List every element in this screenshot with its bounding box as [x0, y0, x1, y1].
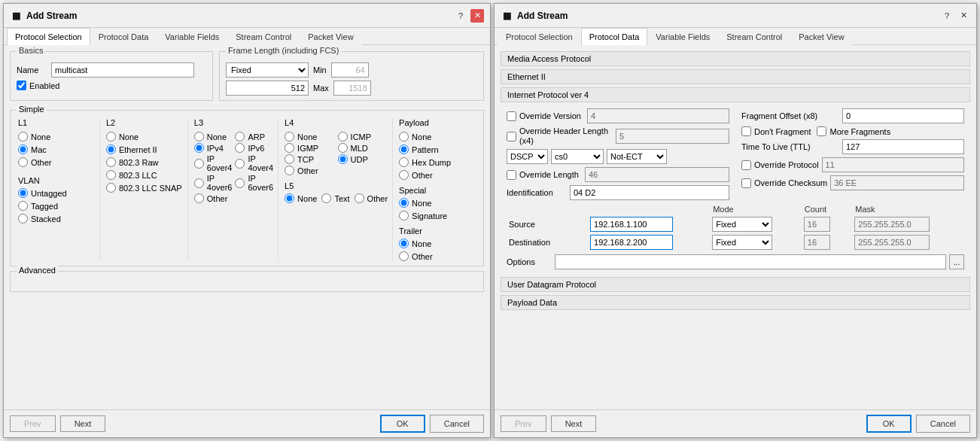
right-prev-button[interactable]: Prev: [501, 415, 546, 432]
source-mode-select[interactable]: Fixed: [712, 217, 772, 232]
right-next-button[interactable]: Next: [551, 415, 597, 432]
left-help-button[interactable]: ?: [454, 9, 467, 23]
right-tab-protocol-selection[interactable]: Protocol Selection: [498, 28, 581, 45]
ttl-label: Time To Live (TTL): [741, 142, 839, 151]
left-prev-button[interactable]: Prev: [10, 415, 56, 432]
right-close-button[interactable]: ✕: [957, 9, 970, 23]
l3-ip6over6-radio[interactable]: [235, 178, 245, 188]
dont-fragment-checkbox[interactable]: [741, 126, 751, 136]
payload-hexdump-radio[interactable]: [399, 157, 409, 167]
frame-type-select[interactable]: Fixed Random: [226, 62, 309, 78]
right-help-button[interactable]: ?: [940, 9, 954, 23]
left-close-button[interactable]: ✕: [470, 9, 484, 23]
right-tab-packet-view[interactable]: Packet View: [790, 28, 852, 45]
l4-mld-radio[interactable]: [338, 143, 348, 153]
enabled-checkbox[interactable]: [17, 81, 26, 90]
l4-udp-radio[interactable]: [338, 154, 348, 164]
left-ok-button[interactable]: OK: [380, 415, 425, 433]
vlan-tagged-radio[interactable]: [18, 201, 28, 211]
destination-ip-input[interactable]: [590, 235, 673, 250]
override-length-checkbox[interactable]: [507, 170, 516, 180]
dscp-type-select[interactable]: DSCP: [507, 149, 548, 164]
l2-ethernet-radio[interactable]: [106, 144, 116, 154]
payload-pattern-radio[interactable]: [399, 144, 409, 154]
options-browse-button[interactable]: ...: [949, 254, 964, 269]
l1-other-label: Other: [31, 158, 52, 167]
l3-arp-radio[interactable]: [235, 132, 245, 141]
vlan-title: VLAN: [18, 176, 95, 185]
payload-other-label: Other: [412, 171, 433, 180]
l4-icmp-radio[interactable]: [338, 132, 348, 141]
override-version-checkbox[interactable]: [507, 111, 516, 121]
override-header-input: [616, 129, 729, 144]
override-checksum-checkbox[interactable]: [741, 178, 751, 188]
l1-radio-group: None Mac Other: [18, 132, 95, 167]
l1-none-radio[interactable]: [18, 132, 28, 141]
fragment-offset-input[interactable]: [842, 108, 964, 123]
override-header-checkbox[interactable]: [507, 132, 516, 141]
vlan-untagged-radio[interactable]: [18, 188, 28, 198]
payload-other-radio[interactable]: [399, 170, 409, 180]
l2-803llc-radio[interactable]: [106, 170, 116, 180]
l4-other-radio[interactable]: [285, 166, 294, 175]
left-tab-protocol-selection[interactable]: Protocol Selection: [7, 28, 90, 45]
left-title-bar: ▦ Add Stream ? ✕: [4, 4, 490, 28]
ipv4-fields: Override Version Override Header Length …: [501, 105, 970, 272]
left-next-button[interactable]: Next: [60, 415, 106, 432]
left-tab-variable-fields[interactable]: Variable Fields: [157, 28, 227, 45]
override-protocol-checkbox[interactable]: [741, 160, 751, 170]
more-fragments-checkbox[interactable]: [817, 126, 826, 136]
name-input[interactable]: [51, 62, 194, 78]
identification-input[interactable]: [570, 185, 729, 200]
l2-803llcsnap-item: 802.3 LLC SNAP: [106, 183, 183, 193]
l3-ip6over4-radio[interactable]: [194, 159, 204, 169]
l5-other-radio[interactable]: [355, 193, 364, 203]
l2-803llcsnap-radio[interactable]: [106, 183, 116, 193]
l4-tcp-radio[interactable]: [285, 154, 294, 164]
left-tab-protocol-data[interactable]: Protocol Data: [90, 28, 157, 45]
basics-content: Name Enabled: [11, 55, 212, 95]
ttl-input[interactable]: [842, 139, 964, 154]
payload-radio-group: None Pattern Hex Dump Other: [399, 132, 476, 180]
right-tab-variable-fields[interactable]: Variable Fields: [647, 28, 718, 45]
l4-igmp-radio[interactable]: [285, 143, 294, 153]
right-cancel-button[interactable]: Cancel: [916, 415, 970, 433]
right-tab-stream-control[interactable]: Stream Control: [718, 28, 790, 45]
override-protocol-label: Override Protocol: [754, 160, 819, 169]
l2-803raw-radio[interactable]: [106, 157, 116, 167]
l5-text-radio[interactable]: [321, 193, 331, 203]
l3-ip4over4-radio[interactable]: [235, 159, 245, 169]
l3-ipv6-radio[interactable]: [235, 143, 245, 153]
l1-other-radio[interactable]: [18, 157, 28, 167]
trailer-other-radio[interactable]: [399, 251, 409, 261]
payload-none-radio[interactable]: [399, 132, 409, 141]
vlan-stacked-label: Stacked: [31, 214, 61, 224]
right-ok-button[interactable]: OK: [866, 415, 912, 433]
l5-none-radio[interactable]: [285, 193, 294, 203]
right-tab-protocol-data[interactable]: Protocol Data: [581, 28, 648, 45]
ecn-select[interactable]: Not-ECT ECT(0) ECT(1) CE: [607, 149, 667, 164]
dscp-value-select[interactable]: cs0: [551, 149, 604, 164]
trailer-other-item: Other: [399, 251, 476, 261]
l4-other-item: Other: [285, 166, 335, 175]
l1-mac-radio[interactable]: [18, 144, 28, 154]
left-cancel-button[interactable]: Cancel: [430, 415, 484, 433]
l3-ipv4-radio[interactable]: [194, 143, 204, 153]
destination-mode-select[interactable]: Fixed: [712, 235, 772, 250]
left-tab-stream-control[interactable]: Stream Control: [227, 28, 300, 45]
vlan-stacked-radio[interactable]: [18, 214, 28, 224]
l3-ip6over4-item: IP 6over4: [194, 154, 233, 172]
l3-none-radio[interactable]: [194, 132, 204, 141]
source-ip-input[interactable]: [590, 217, 673, 232]
override-version-row: Override Version: [507, 108, 729, 123]
special-signature-radio[interactable]: [399, 211, 409, 220]
left-tab-packet-view[interactable]: Packet View: [300, 28, 361, 45]
l3-other-radio[interactable]: [194, 193, 204, 203]
special-none-radio[interactable]: [399, 198, 409, 208]
options-input[interactable]: [555, 254, 946, 269]
fixed-value-input[interactable]: [226, 81, 309, 96]
l3-ip4over6-radio[interactable]: [194, 178, 204, 188]
trailer-none-radio[interactable]: [399, 239, 409, 248]
l4-none-radio[interactable]: [285, 132, 294, 141]
l2-none-radio[interactable]: [106, 132, 116, 141]
